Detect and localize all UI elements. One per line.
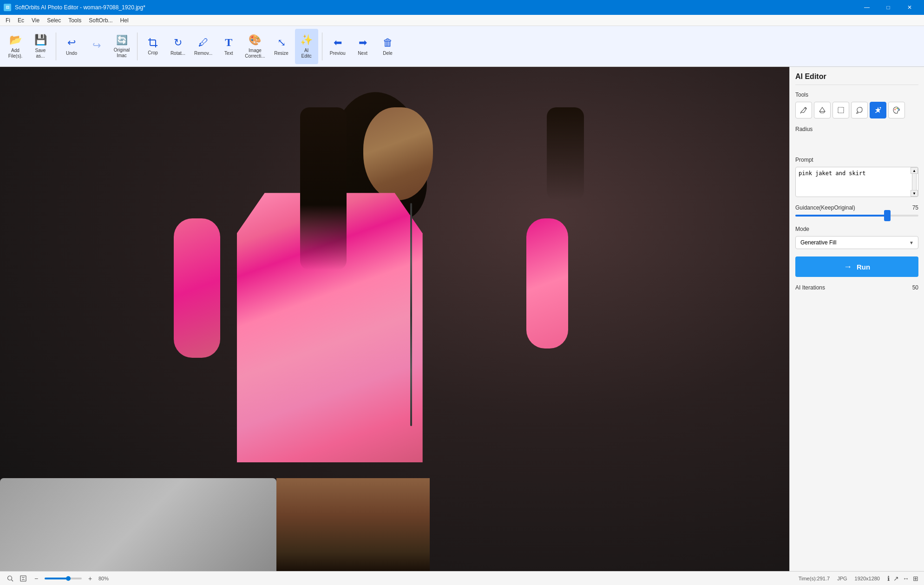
guidance-section: Guidance(KeepOriginal) 75	[795, 204, 918, 217]
run-button[interactable]: → Run	[795, 256, 918, 277]
zoom-slider[interactable]	[45, 578, 82, 579]
titlebar-controls: — □ ✕	[856, 0, 920, 15]
run-arrow-icon: →	[844, 262, 852, 272]
svg-point-5	[875, 112, 876, 113]
prompt-label: Prompt	[795, 157, 918, 163]
guidance-value: 75	[912, 204, 918, 211]
menu-tools[interactable]: Tools	[65, 16, 85, 25]
right-panel: AI Editor Tools	[789, 67, 924, 571]
toolbar-redo[interactable]: ↪	[85, 29, 108, 64]
remove-icon: 🖊	[198, 37, 209, 49]
minimize-button[interactable]: —	[856, 0, 878, 15]
maximize-button[interactable]: □	[878, 0, 899, 15]
tool-ai-fill[interactable]	[870, 102, 886, 118]
menu-help[interactable]: Hel	[117, 16, 132, 25]
main-area: AI Editor Tools	[0, 67, 924, 571]
mode-select[interactable]: Generative Fill Inpainting Replace Backg…	[795, 236, 918, 249]
status-format: JPG	[837, 576, 847, 581]
svg-point-4	[880, 107, 881, 109]
toolbar-save-as[interactable]: 💾 Saveas...	[29, 29, 52, 64]
iterations-section: AI Iterations 50	[795, 284, 918, 291]
toolbar-delete[interactable]: 🗑 Dele	[376, 29, 400, 64]
toolbar-add-files[interactable]: 📂 AddFile(s).	[4, 29, 27, 64]
status-time: Time(s):291.7	[799, 576, 830, 581]
panel-title: AI Editor	[795, 72, 918, 85]
toolbar-sep-1	[56, 33, 56, 60]
delete-icon: 🗑	[383, 37, 393, 49]
prompt-input[interactable]: pink jaket and skirt	[796, 167, 918, 195]
svg-line-11	[12, 579, 13, 581]
mode-label: Mode	[795, 226, 918, 232]
toolbar-next[interactable]: ➡ Next	[351, 29, 374, 64]
toolbar-crop[interactable]: Crop	[141, 29, 164, 64]
svg-point-8	[897, 108, 898, 109]
save-as-icon: 💾	[34, 34, 47, 46]
add-files-icon: 📂	[9, 34, 22, 46]
toolbar-original-image[interactable]: 🔄 OriginalImac	[110, 29, 133, 64]
toolbar-image-correct[interactable]: 🎨 ImageCorrecti...	[242, 29, 268, 64]
prompt-scrollbar: ▲ ▼	[911, 167, 918, 197]
menu-softorbits[interactable]: SoftOrb...	[85, 16, 116, 25]
tool-rect-select[interactable]	[832, 102, 849, 118]
toolbar-previous[interactable]: ⬅ Previou	[326, 29, 349, 64]
toolbar: 📂 AddFile(s). 💾 Saveas... ↩ Undo ↪ 🔄 Ori…	[0, 26, 924, 67]
crop-icon	[147, 37, 158, 48]
toolbar-sep-2	[137, 33, 138, 60]
next-icon: ➡	[359, 37, 367, 49]
titlebar-left: 🖼 SoftOrbits AI Photo Editor - woman-970…	[4, 4, 145, 11]
zoom-out-button[interactable]	[6, 574, 15, 583]
menu-select[interactable]: Selec	[43, 16, 65, 25]
export-icon[interactable]: ↗	[893, 575, 899, 582]
fit-view-button[interactable]	[19, 574, 28, 583]
app-icon: 🖼	[4, 4, 11, 11]
statusbar-right: Time(s):291.7 JPG 1920x1280 ℹ ↗ ↔ ⊞	[799, 575, 918, 582]
prompt-section: Prompt pink jaket and skirt ▲ ▼	[795, 157, 918, 197]
toolbar-text[interactable]: T Text	[217, 29, 240, 64]
svg-point-6	[894, 109, 895, 110]
zoom-level: 80%	[98, 576, 109, 581]
menu-file[interactable]: Fi	[2, 16, 14, 25]
guidance-slider[interactable]	[795, 215, 918, 217]
prompt-input-wrap: pink jaket and skirt ▲ ▼	[795, 167, 918, 197]
info-icon[interactable]: ℹ	[887, 575, 890, 582]
image-correct-icon: 🎨	[249, 34, 261, 46]
menu-edit[interactable]: Ec	[14, 16, 28, 25]
guidance-slider-thumb[interactable]	[884, 210, 891, 221]
tools-row	[795, 102, 918, 118]
toolbar-sep-3	[322, 33, 322, 60]
zoom-slider-thumb[interactable]	[66, 576, 71, 581]
menu-view[interactable]: Vie	[28, 16, 43, 25]
toolbar-resize[interactable]: ⤡ Resize	[270, 29, 293, 64]
toolbar-remove[interactable]: 🖊 Remov...	[191, 29, 215, 64]
tool-brush[interactable]	[795, 102, 812, 118]
titlebar: 🖼 SoftOrbits AI Photo Editor - woman-970…	[0, 0, 924, 15]
svg-rect-12	[20, 576, 26, 581]
mode-dropdown-wrap: Generative Fill Inpainting Replace Backg…	[795, 236, 918, 249]
svg-point-10	[8, 576, 12, 580]
text-tool-icon: T	[225, 36, 232, 49]
svg-marker-0	[819, 107, 825, 113]
prompt-scroll-down[interactable]: ▼	[911, 190, 918, 197]
zoom-slider-fill	[45, 578, 67, 579]
tool-palette[interactable]	[888, 102, 905, 118]
tool-eraser[interactable]	[814, 102, 831, 118]
grid-icon[interactable]: ⊞	[913, 575, 918, 582]
resize-icon: ⤡	[277, 37, 286, 49]
svg-point-9	[898, 109, 899, 110]
statusbar: − + 80% Time(s):291.7 JPG 1920x1280 ℹ ↗ …	[0, 571, 924, 585]
canvas-area[interactable]	[0, 67, 789, 571]
tool-lasso[interactable]	[851, 102, 868, 118]
prompt-scroll-up[interactable]: ▲	[911, 167, 918, 174]
tools-label: Tools	[795, 92, 918, 98]
toolbar-undo[interactable]: ↩ Undo	[60, 29, 83, 64]
close-button[interactable]: ✕	[899, 0, 920, 15]
toolbar-rotate[interactable]: ↻ Rotat...	[166, 29, 190, 64]
share-icon[interactable]: ↔	[903, 575, 909, 582]
zoom-plus-button[interactable]: +	[85, 574, 95, 583]
toolbar-ai-editor[interactable]: ✨ AIEditc	[295, 29, 318, 64]
statusbar-left: − + 80%	[6, 574, 109, 583]
zoom-minus-button[interactable]: −	[32, 574, 41, 583]
status-icons: ℹ ↗ ↔ ⊞	[887, 575, 918, 582]
svg-point-7	[896, 108, 897, 109]
previous-icon: ⬅	[334, 37, 342, 49]
